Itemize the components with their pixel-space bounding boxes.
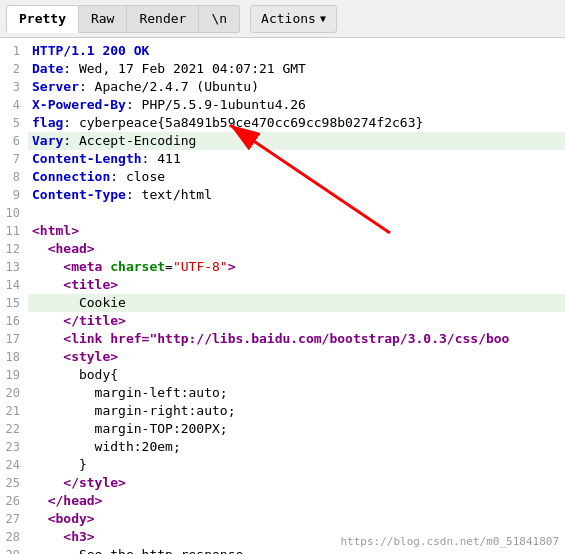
table-row: 7Content-Length: 411 — [0, 150, 565, 168]
table-row: 21 margin-right:auto; — [0, 402, 565, 420]
line-number: 11 — [0, 222, 28, 240]
table-row: 3Server: Apache/2.4.7 (Ubuntu) — [0, 78, 565, 96]
table-row: 9Content-Type: text/html — [0, 186, 565, 204]
line-number: 16 — [0, 312, 28, 330]
line-content: <style> — [28, 348, 565, 366]
line-content: <body> — [28, 510, 565, 528]
table-row: 25 </style> — [0, 474, 565, 492]
line-number: 27 — [0, 510, 28, 528]
line-number: 1 — [0, 42, 28, 60]
table-row: 4X-Powered-By: PHP/5.5.9-1ubuntu4.26 — [0, 96, 565, 114]
line-number: 5 — [0, 114, 28, 132]
tab-n[interactable]: \n — [199, 5, 240, 33]
table-row: 22 margin-TOP:200PX; — [0, 420, 565, 438]
line-number: 21 — [0, 402, 28, 420]
code-view: 1HTTP/1.1 200 OK2Date: Wed, 17 Feb 2021 … — [0, 38, 565, 554]
line-content: <link href="http://libs.baidu.com/bootst… — [28, 330, 565, 348]
table-row: 14 <title> — [0, 276, 565, 294]
table-row: 27 <body> — [0, 510, 565, 528]
table-row: 1HTTP/1.1 200 OK — [0, 42, 565, 60]
table-row: 24 } — [0, 456, 565, 474]
line-content: Date: Wed, 17 Feb 2021 04:07:21 GMT — [28, 60, 565, 78]
line-number: 15 — [0, 294, 28, 312]
actions-label: Actions — [261, 11, 316, 26]
table-row: 16 </title> — [0, 312, 565, 330]
tab-pretty[interactable]: Pretty — [6, 5, 79, 33]
table-row: 6Vary: Accept-Encoding — [0, 132, 565, 150]
line-number: 22 — [0, 420, 28, 438]
tab-raw[interactable]: Raw — [79, 5, 127, 33]
table-row: 17 <link href="http://libs.baidu.com/boo… — [0, 330, 565, 348]
table-row: 15 Cookie — [0, 294, 565, 312]
toolbar: Pretty Raw Render \n Actions ▼ — [0, 0, 565, 38]
table-row: 8Connection: close — [0, 168, 565, 186]
line-number: 18 — [0, 348, 28, 366]
line-content: <title> — [28, 276, 565, 294]
tab-render[interactable]: Render — [127, 5, 199, 33]
line-number: 25 — [0, 474, 28, 492]
line-number: 14 — [0, 276, 28, 294]
line-number: 24 — [0, 456, 28, 474]
code-lines-container: 1HTTP/1.1 200 OK2Date: Wed, 17 Feb 2021 … — [0, 42, 565, 554]
line-number: 20 — [0, 384, 28, 402]
line-number: 8 — [0, 168, 28, 186]
table-row: 19 body{ — [0, 366, 565, 384]
line-content: margin-TOP:200PX; — [28, 420, 565, 438]
line-content: </title> — [28, 312, 565, 330]
table-row: 2Date: Wed, 17 Feb 2021 04:07:21 GMT — [0, 60, 565, 78]
line-content: flag: cyberpeace{5a8491b59ce470cc69cc98b… — [28, 114, 565, 132]
line-number: 13 — [0, 258, 28, 276]
line-content: </head> — [28, 492, 565, 510]
table-row: 18 <style> — [0, 348, 565, 366]
line-content: Connection: close — [28, 168, 565, 186]
table-row: 20 margin-left:auto; — [0, 384, 565, 402]
table-row: 11<html> — [0, 222, 565, 240]
line-number: 9 — [0, 186, 28, 204]
table-row: 23 width:20em; — [0, 438, 565, 456]
line-content: </style> — [28, 474, 565, 492]
line-number: 17 — [0, 330, 28, 348]
line-number: 26 — [0, 492, 28, 510]
line-content: body{ — [28, 366, 565, 384]
watermark: https://blog.csdn.net/m0_51841807 — [340, 535, 559, 548]
line-number: 6 — [0, 132, 28, 150]
line-number: 2 — [0, 60, 28, 78]
line-content: HTTP/1.1 200 OK — [28, 42, 565, 60]
line-content: Cookie — [28, 294, 565, 312]
line-content: Content-Length: 411 — [28, 150, 565, 168]
line-content: <html> — [28, 222, 565, 240]
line-content: <head> — [28, 240, 565, 258]
line-number: 4 — [0, 96, 28, 114]
chevron-down-icon: ▼ — [320, 13, 326, 24]
line-content: margin-right:auto; — [28, 402, 565, 420]
table-row: 13 <meta charset="UTF-8"> — [0, 258, 565, 276]
table-row: 5flag: cyberpeace{5a8491b59ce470cc69cc98… — [0, 114, 565, 132]
line-number: 19 — [0, 366, 28, 384]
line-content: <meta charset="UTF-8"> — [28, 258, 565, 276]
line-number: 10 — [0, 204, 28, 222]
actions-button[interactable]: Actions ▼ — [250, 5, 337, 33]
table-row: 12 <head> — [0, 240, 565, 258]
line-content: width:20em; — [28, 438, 565, 456]
line-number: 29 — [0, 546, 28, 554]
line-content: Server: Apache/2.4.7 (Ubuntu) — [28, 78, 565, 96]
line-content: } — [28, 456, 565, 474]
table-row: 10 — [0, 204, 565, 222]
line-number: 7 — [0, 150, 28, 168]
line-content: margin-left:auto; — [28, 384, 565, 402]
line-number: 12 — [0, 240, 28, 258]
table-row: 26 </head> — [0, 492, 565, 510]
line-content: Vary: Accept-Encoding — [28, 132, 565, 150]
line-number: 28 — [0, 528, 28, 546]
line-number: 23 — [0, 438, 28, 456]
line-content: X-Powered-By: PHP/5.5.9-1ubuntu4.26 — [28, 96, 565, 114]
line-content — [28, 204, 565, 222]
line-number: 3 — [0, 78, 28, 96]
line-content: Content-Type: text/html — [28, 186, 565, 204]
